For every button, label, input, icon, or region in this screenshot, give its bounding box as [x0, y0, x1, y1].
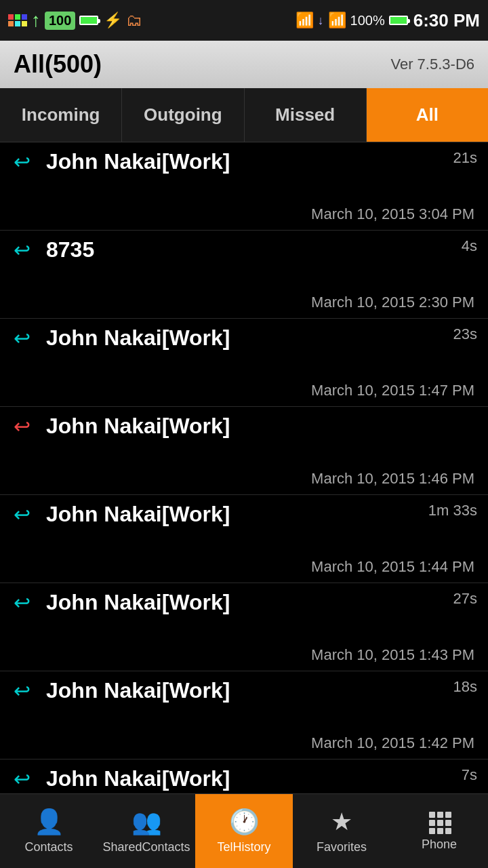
incoming-call-icon: ↩	[14, 767, 38, 791]
tab-all[interactable]: All	[367, 88, 488, 142]
incoming-call-icon: ↩	[14, 679, 38, 703]
app-icon-2: 100	[45, 12, 75, 30]
status-time: 6:30 PM	[413, 10, 480, 31]
incoming-call-icon: ↩	[14, 238, 38, 262]
nav-shared-contacts[interactable]: 👥 SharedContacts	[98, 794, 195, 868]
favorites-icon: ★	[331, 808, 352, 836]
call-duration: 27s	[453, 590, 477, 608]
call-duration: 23s	[453, 326, 477, 343]
incoming-call-icon: ↩	[14, 502, 38, 526]
call-top: ↩ John Nakai[Work] 27s	[14, 590, 474, 615]
signal-icon: 📶	[328, 12, 346, 29]
wifi-icon: 📶	[296, 12, 314, 29]
call-list: ↩ John Nakai[Work] 21s March 10, 2015 3:…	[0, 142, 488, 793]
grid-status-icon	[8, 14, 27, 26]
call-date: March 10, 2015 3:04 PM	[14, 205, 474, 223]
download-icon: ↓	[318, 14, 324, 28]
tel-history-icon: 🕐	[229, 808, 260, 836]
status-left-icons: ↑ 100 ⚡ 🗂	[8, 9, 142, 31]
tab-missed[interactable]: Missed	[245, 88, 367, 142]
call-date: March 10, 2015 1:43 PM	[14, 646, 474, 664]
battery-icon	[389, 16, 409, 25]
call-date: March 10, 2015 1:42 PM	[14, 734, 474, 752]
call-date: March 10, 2015 1:46 PM	[14, 470, 474, 488]
header: All(500) Ver 7.5.3-D6	[0, 41, 488, 88]
call-name: John Nakai[Work]	[46, 149, 230, 174]
call-item-4[interactable]: ↩ John Nakai[Work] 1m 33s March 10, 2015…	[0, 495, 488, 583]
usb-icon: ⚡	[104, 12, 122, 29]
nav-favorites[interactable]: ★ Favorites	[293, 794, 390, 868]
nav-contacts-label: Contacts	[24, 840, 73, 854]
tab-outgoing[interactable]: Outgoing	[122, 88, 244, 142]
call-name: John Nakai[Work]	[46, 326, 230, 351]
nav-tel-history[interactable]: 🕐 TelHistory	[195, 794, 293, 868]
call-duration: 4s	[462, 237, 477, 255]
phone-icon	[428, 810, 451, 833]
call-name: John Nakai[Work]	[46, 678, 230, 703]
call-item-1[interactable]: ↩ 8735 4s March 10, 2015 2:30 PM	[0, 231, 488, 319]
shared-contacts-icon: 👥	[131, 808, 162, 836]
nav-phone-label: Phone	[422, 837, 457, 852]
call-top: ↩ John Nakai[Work] 7s	[14, 766, 474, 791]
page-title: All(500)	[14, 50, 102, 79]
nav-phone[interactable]: Phone	[390, 794, 488, 868]
call-date: March 10, 2015 1:47 PM	[14, 382, 474, 399]
call-duration: 18s	[453, 678, 477, 696]
status-bar: ↑ 100 ⚡ 🗂 📶 ↓ 📶 100% 6:30 PM	[0, 0, 488, 41]
call-item-6[interactable]: ↩ John Nakai[Work] 18s March 10, 2015 1:…	[0, 671, 488, 760]
battery-percent: 100%	[350, 13, 385, 28]
call-top: ↩ John Nakai[Work] 18s	[14, 678, 474, 703]
call-item-3[interactable]: ↩ John Nakai[Work] March 10, 2015 1:46 P…	[0, 407, 488, 495]
call-top: ↩ John Nakai[Work] 21s	[14, 149, 474, 174]
call-top: ↩ 8735 4s	[14, 237, 474, 262]
call-duration: 7s	[462, 766, 477, 784]
app-icon-1: ↑	[31, 9, 41, 31]
nav-tel-history-label: TelHistory	[217, 840, 270, 854]
call-top: ↩ John Nakai[Work]	[14, 414, 474, 439]
call-duration: 1m 33s	[428, 502, 477, 519]
call-date: March 10, 2015 2:30 PM	[14, 294, 474, 311]
nav-favorites-label: Favorites	[317, 840, 367, 854]
call-name: John Nakai[Work]	[46, 502, 230, 527]
nav-shared-contacts-label: SharedContacts	[102, 840, 190, 854]
incoming-call-icon: ↩	[14, 326, 38, 350]
version-label: Ver 7.5.3-D6	[390, 56, 474, 73]
call-top: ↩ John Nakai[Work] 1m 33s	[14, 502, 474, 527]
call-top: ↩ John Nakai[Work] 23s	[14, 326, 474, 351]
call-name: John Nakai[Work]	[46, 766, 230, 791]
battery-left-icon	[79, 16, 100, 25]
call-name: John Nakai[Work]	[46, 414, 230, 439]
contacts-icon: 👤	[34, 808, 64, 836]
folder-icon: 🗂	[126, 11, 142, 30]
call-name: John Nakai[Work]	[46, 590, 230, 615]
call-date: March 10, 2015 1:44 PM	[14, 558, 474, 576]
call-item-7[interactable]: ↩ John Nakai[Work] 7s March 10, 2015 1:2…	[0, 760, 488, 793]
incoming-call-icon: ↩	[14, 150, 38, 174]
tabs-bar: Incoming Outgoing Missed All	[0, 88, 488, 142]
nav-contacts[interactable]: 👤 Contacts	[0, 794, 98, 868]
call-item-0[interactable]: ↩ John Nakai[Work] 21s March 10, 2015 3:…	[0, 142, 488, 231]
tab-incoming[interactable]: Incoming	[0, 88, 122, 142]
call-item-2[interactable]: ↩ John Nakai[Work] 23s March 10, 2015 1:…	[0, 319, 488, 407]
missed-call-icon: ↩	[14, 414, 38, 438]
call-item-5[interactable]: ↩ John Nakai[Work] 27s March 10, 2015 1:…	[0, 583, 488, 671]
call-duration: 21s	[453, 149, 477, 167]
call-name: 8735	[46, 237, 94, 262]
status-right-icons: 📶 ↓ 📶 100% 6:30 PM	[296, 10, 480, 31]
bottom-nav: 👤 Contacts 👥 SharedContacts 🕐 TelHistory…	[0, 793, 488, 868]
incoming-call-icon: ↩	[14, 591, 38, 614]
